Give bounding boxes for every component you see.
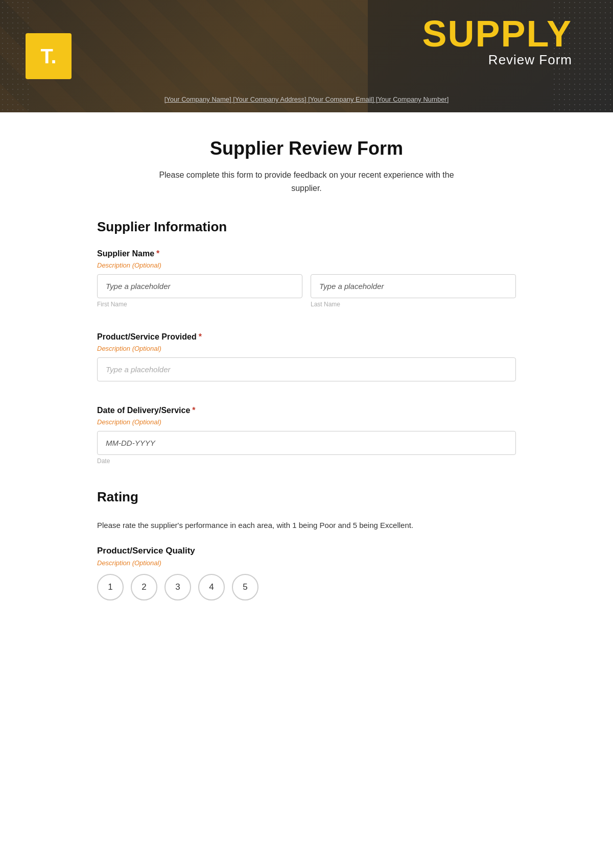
supply-title: SUPPLY bbox=[422, 15, 572, 52]
header-title-area: SUPPLY Review Form bbox=[422, 15, 572, 68]
product-quality-description: Description (Optional) bbox=[97, 559, 516, 567]
first-name-sublabel: First Name bbox=[97, 301, 302, 308]
rating-section: Rating Please rate the supplier's perfor… bbox=[97, 489, 516, 600]
supplier-name-label: Supplier Name* bbox=[97, 249, 516, 258]
last-name-col: Last Name bbox=[311, 274, 516, 308]
review-form-subtitle: Review Form bbox=[422, 52, 572, 68]
rating-option-5[interactable]: 5 bbox=[232, 574, 258, 600]
rating-option-3[interactable]: 3 bbox=[164, 574, 191, 600]
supplier-name-description: Description (Optional) bbox=[97, 261, 516, 269]
rating-subtitle: Please rate the supplier's performance i… bbox=[97, 519, 516, 532]
rating-options: 1 2 3 4 5 bbox=[97, 574, 516, 600]
main-content: Supplier Review Form Please complete thi… bbox=[77, 112, 536, 660]
date-delivery-field-group: Date of Delivery/Service* Description (O… bbox=[97, 406, 516, 465]
required-star: * bbox=[156, 249, 159, 258]
last-name-sublabel: Last Name bbox=[311, 301, 516, 308]
supplier-information-heading: Supplier Information bbox=[97, 219, 516, 235]
product-service-label: Product/Service Provided* bbox=[97, 332, 516, 342]
rating-heading: Rating bbox=[97, 489, 516, 505]
company-info: [Your Company Name] [Your Company Addres… bbox=[164, 95, 449, 103]
company-logo: T. bbox=[26, 33, 72, 79]
rating-option-2[interactable]: 2 bbox=[131, 574, 157, 600]
first-name-col: First Name bbox=[97, 274, 302, 308]
supplier-name-input-row: First Name Last Name bbox=[97, 274, 516, 308]
date-delivery-description: Description (Optional) bbox=[97, 418, 516, 426]
supplier-last-name-input[interactable] bbox=[311, 274, 516, 298]
product-service-field-group: Product/Service Provided* Description (O… bbox=[97, 332, 516, 381]
product-quality-field-group: Product/Service Quality Description (Opt… bbox=[97, 546, 516, 600]
rating-option-4[interactable]: 4 bbox=[198, 574, 225, 600]
date-delivery-input[interactable] bbox=[97, 431, 516, 455]
product-service-description: Description (Optional) bbox=[97, 345, 516, 352]
supplier-first-name-input[interactable] bbox=[97, 274, 302, 298]
header: T. SUPPLY Review Form [Your Company Name… bbox=[0, 0, 613, 112]
supplier-name-field-group: Supplier Name* Description (Optional) Fi… bbox=[97, 249, 516, 308]
product-service-input[interactable] bbox=[97, 357, 516, 381]
date-sublabel: Date bbox=[97, 457, 516, 465]
rating-option-1[interactable]: 1 bbox=[97, 574, 124, 600]
form-subtitle: Please complete this form to provide fee… bbox=[97, 168, 516, 195]
form-title: Supplier Review Form bbox=[97, 138, 516, 159]
product-quality-label: Product/Service Quality bbox=[97, 546, 516, 556]
required-star-3: * bbox=[192, 406, 195, 415]
date-delivery-label: Date of Delivery/Service* bbox=[97, 406, 516, 415]
required-star-2: * bbox=[199, 332, 202, 341]
